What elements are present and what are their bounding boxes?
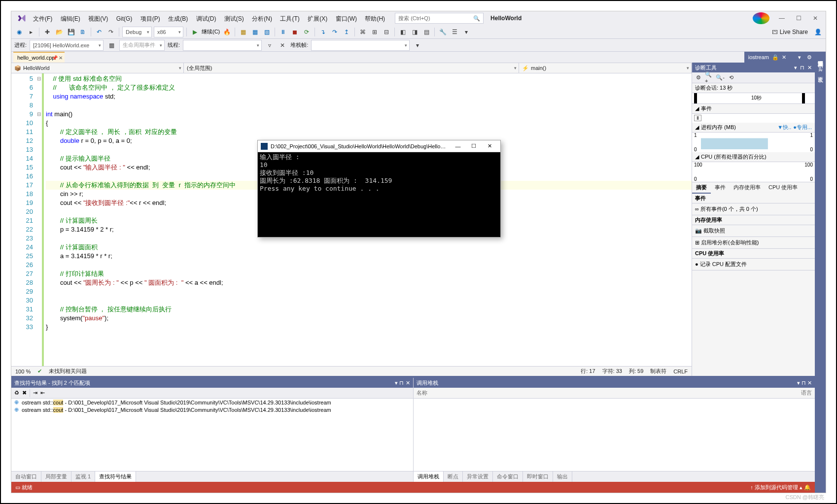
menu-help[interactable]: 帮助(H) bbox=[362, 13, 388, 24]
tb-x5[interactable]: ◨ bbox=[410, 27, 419, 37]
tb-x9[interactable]: ▾ bbox=[461, 27, 471, 37]
sp-b3[interactable]: ⇥ bbox=[33, 390, 37, 396]
tb-b1[interactable]: ▦ bbox=[238, 27, 248, 37]
tb-x2[interactable]: ⊞ bbox=[370, 27, 380, 37]
step-into-icon[interactable]: ↴ bbox=[318, 27, 328, 37]
diag-reset-icon[interactable]: ⟲ bbox=[727, 73, 735, 82]
menu-file[interactable]: 文件(F) bbox=[30, 13, 55, 24]
sp-pin-icon[interactable]: ⊓ bbox=[399, 380, 404, 386]
search-box[interactable]: 搜索 (Ctrl+Q) 🔍 bbox=[395, 13, 484, 24]
tb-x1[interactable]: ⌘ bbox=[358, 27, 368, 37]
bp-tab-locals[interactable]: 局部变量 bbox=[41, 471, 71, 482]
menu-extensions[interactable]: 扩展(X) bbox=[305, 13, 330, 24]
tb2-b1[interactable]: ▿ bbox=[265, 40, 275, 50]
cs-tab-cmd[interactable]: 命令窗口 bbox=[493, 471, 523, 482]
tb-x3[interactable]: ⊟ bbox=[382, 27, 391, 37]
pause-icon[interactable]: ⏸ bbox=[278, 27, 288, 37]
restart-icon[interactable]: ⟳ bbox=[302, 27, 312, 37]
config-combo[interactable]: Debug bbox=[122, 27, 152, 37]
lifecycle-icon[interactable]: ▦ bbox=[106, 40, 116, 50]
tab-settings-icon[interactable]: ⚙ bbox=[807, 54, 812, 61]
tb-b3[interactable]: ▧ bbox=[262, 27, 272, 37]
status-scm[interactable]: 添加到源代码管理 bbox=[755, 484, 798, 490]
new-icon[interactable]: ✚ bbox=[42, 27, 52, 37]
save-icon[interactable]: 💾 bbox=[66, 27, 76, 37]
tb2-b3[interactable]: ▾ bbox=[413, 40, 422, 50]
maximize-button[interactable]: ☐ bbox=[790, 12, 807, 24]
diag-zoomin-icon[interactable]: 🔍+ bbox=[705, 73, 714, 82]
process-combo[interactable]: [21096] HelloWorld.exe bbox=[30, 40, 104, 51]
diag-tab-summary[interactable]: 摘要 bbox=[692, 182, 711, 194]
sp-b1[interactable]: ♻ bbox=[14, 390, 19, 396]
cs-close-icon[interactable]: ✕ bbox=[807, 380, 812, 386]
console-min-icon[interactable]: — bbox=[450, 141, 466, 152]
console-close-icon[interactable]: ✕ bbox=[482, 141, 497, 152]
tb-x7[interactable]: 🔧 bbox=[438, 27, 448, 37]
bp-tab-symbols[interactable]: 查找符号结果 bbox=[95, 471, 136, 482]
nav-fwd-icon[interactable]: ▸ bbox=[26, 27, 36, 37]
stop-icon[interactable]: ◼ bbox=[290, 27, 300, 37]
open-icon[interactable]: 📂 bbox=[54, 27, 64, 37]
platform-combo[interactable]: x86 bbox=[154, 27, 183, 37]
cs-tab-bp[interactable]: 断点 bbox=[444, 471, 463, 482]
thread-combo[interactable] bbox=[183, 40, 262, 51]
menu-edit[interactable]: 编辑(E) bbox=[58, 13, 83, 24]
tab-git-changes[interactable]: Git 更改 bbox=[816, 62, 825, 76]
tb-x8[interactable]: ☰ bbox=[450, 27, 459, 37]
menu-window[interactable]: 窗口(W) bbox=[333, 13, 360, 24]
menu-analyze[interactable]: 分析(N) bbox=[249, 13, 275, 24]
menu-tools[interactable]: 工具(T) bbox=[277, 13, 302, 24]
tab-dropdown-icon[interactable]: ▾ bbox=[798, 54, 801, 61]
menu-build[interactable]: 生成(B) bbox=[165, 13, 191, 24]
diag-tab-mem[interactable]: 内存使用率 bbox=[730, 182, 765, 194]
live-share-button[interactable]: ⮹ Live Share bbox=[772, 29, 808, 35]
diag-zoomout-icon[interactable]: 🔍- bbox=[716, 73, 725, 82]
diag-dropdown-icon[interactable]: ▾ bbox=[794, 65, 797, 71]
nav-scope[interactable]: 📦 HelloWorld bbox=[11, 63, 184, 73]
menu-test[interactable]: 测试(S) bbox=[221, 13, 247, 24]
tb2-b2[interactable]: ✕ bbox=[278, 40, 287, 50]
cs-tab-exc[interactable]: 异常设置 bbox=[463, 471, 493, 482]
redo-icon[interactable]: ↷ bbox=[106, 27, 116, 37]
diag-tab-events[interactable]: 事件 bbox=[711, 182, 730, 194]
sp-close-icon[interactable]: ✕ bbox=[406, 380, 410, 386]
sp-b2[interactable]: ✖ bbox=[22, 390, 27, 396]
nav-member[interactable]: ⚡ main() bbox=[519, 63, 692, 73]
sp-b4[interactable]: ⇤ bbox=[40, 390, 45, 396]
diag-tab-cpu[interactable]: CPU 使用率 bbox=[765, 182, 802, 194]
cs-tab-imm[interactable]: 即时窗口 bbox=[523, 471, 553, 482]
diag-heap[interactable]: ⊞ 启用堆分析(会影响性能) bbox=[692, 237, 815, 249]
cs-drop-icon[interactable]: ▾ bbox=[797, 380, 800, 386]
feedback-icon[interactable]: 👤 bbox=[813, 27, 823, 37]
undo-icon[interactable]: ↶ bbox=[94, 27, 104, 37]
menu-project[interactable]: 项目(P) bbox=[138, 13, 163, 24]
diag-cpu-record[interactable]: ● 记录 CPU 配置文件 bbox=[692, 259, 815, 270]
console-window[interactable]: D:\002_Project\006_Visual_Studio\HelloWo… bbox=[257, 140, 501, 237]
tab-iostream[interactable]: iostream 🔒 ✕ bbox=[744, 52, 795, 63]
minimize-button[interactable]: — bbox=[773, 12, 790, 24]
continue-icon[interactable]: ▶ bbox=[190, 27, 200, 37]
lifecycle-combo[interactable]: 生命周期事件 bbox=[119, 40, 165, 51]
zoom-level[interactable]: 100 % bbox=[15, 369, 31, 374]
diag-pin-icon[interactable]: ⊓ bbox=[800, 65, 804, 71]
cs-tab-callstack[interactable]: 调用堆栈 bbox=[414, 471, 444, 482]
bp-tab-watch[interactable]: 监视 1 bbox=[71, 471, 95, 482]
profile-icon[interactable] bbox=[753, 12, 769, 24]
diag-settings-icon[interactable]: ⚙ bbox=[694, 73, 703, 82]
diag-close-icon[interactable]: ✕ bbox=[807, 65, 812, 71]
diag-pause-button[interactable]: Ⅱ bbox=[694, 115, 701, 121]
bp-tab-auto[interactable]: 自动窗口 bbox=[11, 471, 41, 482]
tb-x4[interactable]: ◧ bbox=[398, 27, 408, 37]
console-max-icon[interactable]: ☐ bbox=[466, 141, 482, 152]
tb-b2[interactable]: ▦ bbox=[250, 27, 260, 37]
menu-debug[interactable]: 调试(D) bbox=[193, 13, 219, 24]
menu-git[interactable]: Git(G) bbox=[113, 13, 136, 24]
tab-solution-explorer[interactable]: 解决方案资源管理器 bbox=[816, 54, 825, 60]
save-all-icon[interactable]: 🗎 bbox=[78, 27, 88, 37]
step-over-icon[interactable]: ↷ bbox=[330, 27, 340, 37]
cs-pin-icon[interactable]: ⊓ bbox=[802, 380, 806, 386]
nav-func[interactable]: (全局范围) bbox=[184, 63, 519, 73]
diag-snapshot[interactable]: 📷 截取快照 bbox=[692, 225, 815, 237]
menu-view[interactable]: 视图(V) bbox=[85, 13, 111, 24]
tb-x6[interactable]: ▤ bbox=[421, 27, 431, 37]
